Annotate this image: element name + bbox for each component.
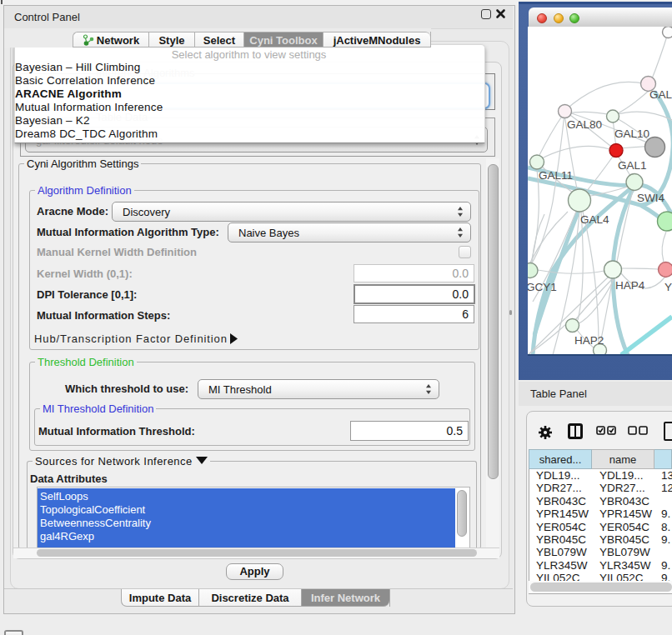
svg-text:GAL10: GAL10 xyxy=(614,128,649,140)
svg-text:GAL1: GAL1 xyxy=(618,159,647,172)
svg-text:HAP4: HAP4 xyxy=(615,279,645,292)
svg-text:GAL4: GAL4 xyxy=(580,213,609,226)
svg-text:GAL2: GAL2 xyxy=(649,88,672,101)
svg-text:GAL11: GAL11 xyxy=(539,169,573,182)
svg-text:GAL80: GAL80 xyxy=(567,118,602,131)
svg-text:GCY1: GCY1 xyxy=(528,281,557,293)
svg-text:SWI4: SWI4 xyxy=(637,192,664,204)
svg-text:HAP2: HAP2 xyxy=(574,334,604,347)
svg-text:YP: YP xyxy=(664,281,672,293)
